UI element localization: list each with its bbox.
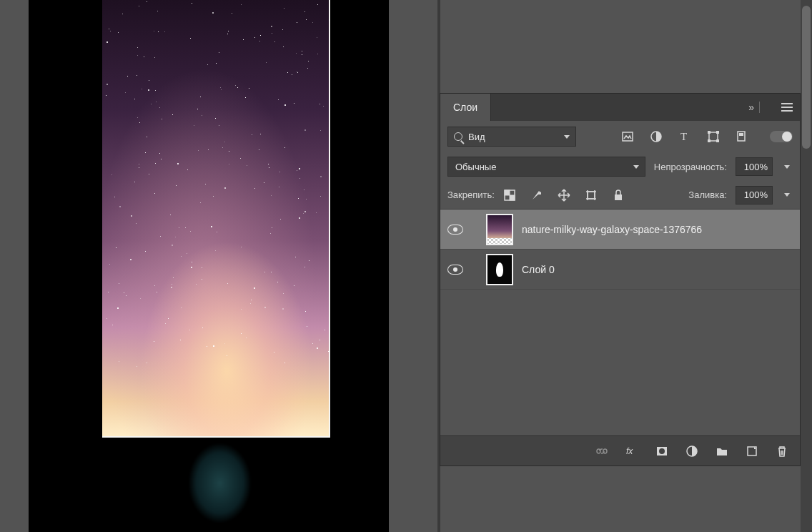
- delete-layer-icon[interactable]: [776, 445, 788, 458]
- svg-rect-19: [597, 449, 600, 453]
- panel-collapse-button[interactable]: »: [741, 94, 774, 121]
- sky-image-layer: [102, 0, 330, 438]
- svg-rect-12: [510, 195, 515, 200]
- layer-list: nature-milky-way-galaxy-space-1376766 Сл…: [440, 210, 800, 435]
- layer-name-label[interactable]: nature-milky-way-galaxy-space-1376766: [522, 224, 702, 235]
- filter-smart-icon[interactable]: [736, 130, 748, 143]
- visibility-toggle[interactable]: [447, 225, 463, 235]
- add-mask-icon[interactable]: [655, 445, 668, 458]
- visibility-toggle[interactable]: [447, 265, 463, 275]
- filter-kind-label: Вид: [468, 132, 485, 142]
- svg-rect-13: [588, 192, 595, 199]
- filter-kind-dropdown[interactable]: Вид: [447, 127, 576, 147]
- fill-input[interactable]: 100%: [736, 186, 773, 205]
- add-group-icon[interactable]: [716, 445, 728, 458]
- svg-rect-9: [739, 133, 743, 136]
- panel-menu-button[interactable]: [774, 94, 800, 121]
- filter-adjust-icon[interactable]: [650, 130, 663, 143]
- svg-rect-7: [716, 139, 719, 142]
- new-layer-icon[interactable]: [746, 445, 758, 458]
- opacity-input[interactable]: 100%: [736, 157, 773, 176]
- layers-panel: Слои » Вид T Обычные Непрозрачность: 100…: [440, 93, 801, 466]
- panel-tab-strip: Слои »: [440, 94, 800, 121]
- scrollbar-thumb[interactable]: [802, 6, 811, 149]
- opacity-value: 100%: [744, 162, 768, 172]
- svg-rect-20: [603, 449, 607, 453]
- blend-mode-value: Обычные: [455, 162, 496, 172]
- tab-layers-label: Слои: [453, 102, 477, 113]
- svg-rect-11: [505, 190, 510, 195]
- add-adjustment-icon[interactable]: [685, 445, 698, 458]
- face-image-layer: [172, 435, 268, 531]
- chevron-down-icon: [564, 135, 570, 139]
- fill-label: Заливка:: [688, 189, 727, 200]
- layer-filter-row: Вид T: [440, 121, 800, 152]
- chevron-down-icon: [633, 165, 639, 169]
- link-layers-icon[interactable]: [595, 445, 608, 458]
- layer-row[interactable]: Слой 0: [440, 250, 800, 290]
- fill-flyout-button[interactable]: [781, 186, 793, 205]
- layer-fx-icon[interactable]: fx: [625, 445, 638, 458]
- svg-text:T: T: [680, 131, 687, 142]
- scrollbar-vertical[interactable]: [801, 0, 812, 532]
- fill-value: 100%: [744, 189, 768, 200]
- blend-opacity-row: Обычные Непрозрачность: 100%: [440, 152, 800, 181]
- svg-rect-8: [738, 132, 745, 141]
- svg-rect-18: [615, 194, 622, 200]
- canvas-workspace: [0, 0, 440, 532]
- filter-pixel-icon[interactable]: [621, 130, 634, 143]
- svg-rect-5: [716, 131, 719, 134]
- document-canvas[interactable]: [29, 0, 389, 532]
- lock-fill-row: Закрепить: Заливка: 100%: [440, 181, 800, 210]
- blend-mode-dropdown[interactable]: Обычные: [447, 157, 645, 177]
- opacity-flyout-button[interactable]: [781, 157, 793, 176]
- lock-position-icon[interactable]: [558, 189, 570, 202]
- tab-layers[interactable]: Слои: [440, 94, 491, 121]
- filter-shape-icon[interactable]: [707, 130, 720, 143]
- layer-actions-bar: fx: [440, 435, 800, 466]
- svg-rect-4: [708, 131, 710, 134]
- lock-image-icon[interactable]: [530, 189, 543, 202]
- lock-artboard-icon[interactable]: [585, 189, 598, 202]
- lock-all-icon[interactable]: [612, 189, 625, 202]
- search-icon: [454, 132, 462, 141]
- layer-thumbnail[interactable]: [486, 214, 513, 245]
- opacity-label: Непрозрачность:: [654, 162, 727, 172]
- filter-toggle[interactable]: [770, 131, 793, 142]
- svg-text:fx: fx: [626, 446, 633, 456]
- filter-type-icon[interactable]: T: [678, 130, 691, 143]
- svg-rect-6: [708, 139, 710, 142]
- lock-transparency-icon[interactable]: [503, 189, 516, 202]
- layer-name-label[interactable]: Слой 0: [522, 264, 555, 275]
- lock-label: Закрепить:: [447, 189, 495, 200]
- layer-thumbnail[interactable]: [486, 254, 513, 285]
- svg-point-23: [659, 448, 665, 454]
- layer-row[interactable]: nature-milky-way-galaxy-space-1376766: [440, 210, 800, 250]
